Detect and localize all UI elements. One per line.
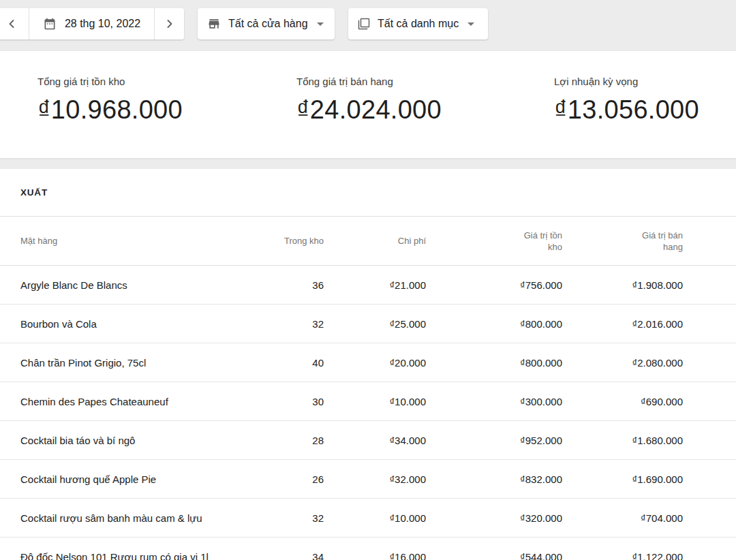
column-header-retail-value: Giá trị bán hang xyxy=(562,230,683,253)
table-row[interactable]: Cocktail bia táo và bí ngô 28 ₫34.000 ₫9… xyxy=(0,421,736,460)
summary-card-label: Tổng giá trị bán hang xyxy=(296,76,442,87)
table-row[interactable]: Chemin des Papes Chateauneuf 30 ₫10.000 … xyxy=(0,382,736,421)
toolbar: 28 thg 10, 2022 Tất cả cửa hàng Tất cả d… xyxy=(0,0,736,51)
summary-card-expected-profit: Lợi nhuận kỳ vọng ₫13.056.000 xyxy=(554,76,699,125)
retail-value-cell: ₫1.908.000 xyxy=(562,279,683,291)
summary-card-label: Tổng giá trị tồn kho xyxy=(37,76,183,87)
retail-value-cell: ₫704.000 xyxy=(562,512,683,524)
stock-value-cell: ₫832.000 xyxy=(426,473,562,485)
summary-card-inventory-value: Tổng giá trị tồn kho ₫10.968.000 xyxy=(37,76,183,125)
inventory-panel: XUẤT Mặt hàng Trong kho Chi phí Giá trị … xyxy=(0,169,736,560)
table-body: Argyle Blanc De Blancs 36 ₫21.000 ₫756.0… xyxy=(0,266,736,560)
prev-date-button[interactable] xyxy=(0,8,29,40)
chevron-left-icon xyxy=(5,17,18,31)
column-header-cost: Chi phí xyxy=(324,235,426,247)
category-filter-label: Tất cả danh mục xyxy=(378,18,459,30)
retail-value-cell: ₫1.690.000 xyxy=(562,473,683,485)
table-header: Mặt hàng Trong kho Chi phí Giá trị tồn k… xyxy=(0,217,736,266)
in-stock-cell: 40 xyxy=(242,357,324,369)
store-filter-button[interactable]: Tất cả cửa hàng xyxy=(198,8,335,40)
item-name-cell: Cocktail rượu sâm banh màu cam & lựu xyxy=(20,512,242,524)
next-date-button[interactable] xyxy=(154,8,184,40)
caret-down-icon xyxy=(317,22,324,26)
table-row[interactable]: Argyle Blanc De Blancs 36 ₫21.000 ₫756.0… xyxy=(0,266,736,305)
in-stock-cell: 36 xyxy=(242,279,324,291)
stock-value-cell: ₫800.000 xyxy=(426,357,562,369)
table-row[interactable]: Cocktail hương quế Apple Pie 26 ₫32.000 … xyxy=(0,460,736,499)
category-icon xyxy=(358,18,370,30)
summary-card-value: ₫10.968.000 xyxy=(37,95,183,125)
in-stock-cell: 34 xyxy=(242,551,324,560)
summary-card-value: ₫13.056.000 xyxy=(554,95,699,125)
in-stock-cell: 26 xyxy=(242,473,324,485)
store-filter-label: Tất cả cửa hàng xyxy=(228,18,308,30)
stock-value-cell: ₫800.000 xyxy=(426,318,562,330)
table-row[interactable]: Đô đốc Nelson 101 Rượu rum có gia vị 1l … xyxy=(0,538,736,560)
item-name-cell: Cocktail bia táo và bí ngô xyxy=(20,435,242,446)
category-filter-button[interactable]: Tất cả danh mục xyxy=(348,8,488,40)
date-label: 28 thg 10, 2022 xyxy=(65,18,140,30)
summary-card-label: Lợi nhuận kỳ vọng xyxy=(554,76,699,87)
item-name-cell: Chân trần Pinot Grigio, 75cl xyxy=(20,357,242,369)
cost-cell: ₫10.000 xyxy=(324,512,426,524)
cost-cell: ₫34.000 xyxy=(324,435,426,446)
cost-cell: ₫10.000 xyxy=(324,396,426,407)
chevron-right-icon xyxy=(163,17,177,31)
summary-card-retail-value: Tổng giá trị bán hang ₫24.024.000 xyxy=(296,76,442,125)
cost-cell: ₫20.000 xyxy=(324,357,426,369)
cost-cell: ₫25.000 xyxy=(324,318,426,330)
retail-value-cell: ₫690.000 xyxy=(562,396,683,407)
item-name-cell: Bourbon và Cola xyxy=(20,318,242,330)
item-name-cell: Đô đốc Nelson 101 Rượu rum có gia vị 1l xyxy=(20,551,242,560)
table-title: XUẤT xyxy=(0,169,736,217)
stock-value-cell: ₫544.000 xyxy=(426,551,562,560)
in-stock-cell: 30 xyxy=(242,396,324,407)
column-header-in-stock: Trong kho xyxy=(242,235,324,247)
cost-cell: ₫16.000 xyxy=(324,551,426,560)
summary-cards: Tổng giá trị tồn kho ₫10.968.000 Tổng gi… xyxy=(0,51,736,158)
date-navigator: 28 thg 10, 2022 xyxy=(0,8,184,40)
retail-value-cell: ₫2.080.000 xyxy=(562,357,683,369)
summary-card-value: ₫24.024.000 xyxy=(296,95,442,125)
table-row[interactable]: Cocktail rượu sâm banh màu cam & lựu 32 … xyxy=(0,499,736,538)
in-stock-cell: 32 xyxy=(242,318,324,330)
table-row[interactable]: Chân trần Pinot Grigio, 75cl 40 ₫20.000 … xyxy=(0,343,736,382)
calendar-icon xyxy=(43,17,57,31)
retail-value-cell: ₫1.122.000 xyxy=(562,551,683,560)
caret-down-icon xyxy=(467,22,474,26)
in-stock-cell: 28 xyxy=(242,435,324,446)
item-name-cell: Cocktail hương quế Apple Pie xyxy=(20,473,242,485)
stock-value-cell: ₫300.000 xyxy=(426,396,562,407)
stock-value-cell: ₫320.000 xyxy=(426,512,562,524)
date-picker-button[interactable]: 28 thg 10, 2022 xyxy=(29,8,154,40)
store-icon xyxy=(207,17,221,31)
stock-value-cell: ₫756.000 xyxy=(426,279,562,291)
column-header-stock-value: Giá trị tồn kho xyxy=(426,230,562,253)
cost-cell: ₫21.000 xyxy=(324,279,426,291)
item-name-cell: Argyle Blanc De Blancs xyxy=(20,279,242,291)
item-name-cell: Chemin des Papes Chateauneuf xyxy=(20,396,242,407)
column-header-item: Mặt hàng xyxy=(20,235,242,247)
retail-value-cell: ₫2.016.000 xyxy=(562,318,683,330)
table-row[interactable]: Bourbon và Cola 32 ₫25.000 ₫800.000 ₫2.0… xyxy=(0,305,736,343)
retail-value-cell: ₫1.680.000 xyxy=(562,435,683,446)
cost-cell: ₫32.000 xyxy=(324,473,426,485)
stock-value-cell: ₫952.000 xyxy=(426,435,562,446)
in-stock-cell: 32 xyxy=(242,512,324,524)
